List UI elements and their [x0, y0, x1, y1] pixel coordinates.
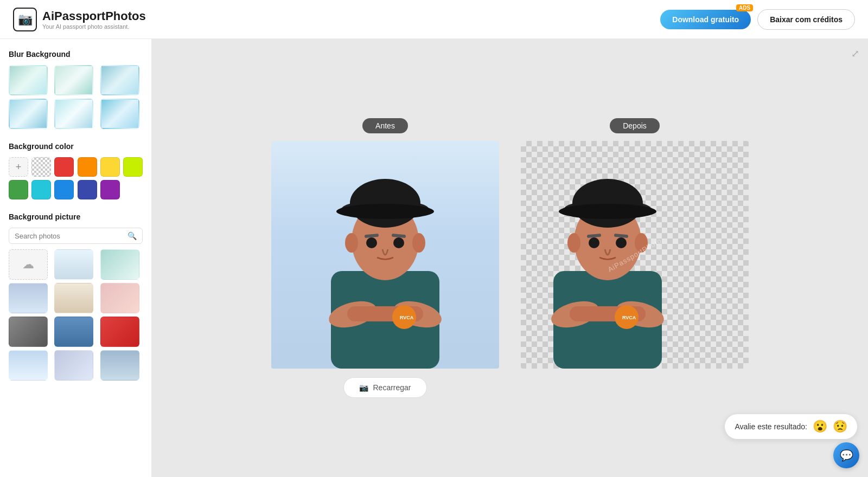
color-grid: + — [9, 157, 143, 199]
svg-point-10 — [336, 204, 434, 219]
after-panel: Depois AiPassportPhoto — [521, 118, 749, 369]
logo-text: AiPassportPhotos Your AI passport photo … — [42, 9, 146, 30]
rating-emoji-sad[interactable]: 😟 — [833, 420, 847, 434]
after-label: Depois — [610, 118, 660, 133]
before-photo: RVCA — [271, 141, 499, 369]
bg-pic-grid: ☁ — [9, 249, 143, 381]
app-name: AiPassportPhotos — [42, 9, 146, 23]
color-yellow-swatch[interactable] — [100, 157, 120, 177]
color-green-swatch[interactable] — [9, 180, 28, 199]
main-layout: Blur Background Background color + — [0, 39, 868, 477]
bg-pic-1[interactable] — [54, 249, 93, 280]
bg-pic-4[interactable] — [54, 283, 93, 313]
canvas-area: ⤢ Antes — [152, 39, 868, 477]
blur-background-section: Blur Background — [9, 50, 143, 129]
svg-text:RVCA: RVCA — [622, 315, 636, 320]
svg-text:RVCA: RVCA — [400, 315, 414, 320]
svg-point-23 — [567, 233, 580, 253]
picture-section-title: Background picture — [9, 212, 143, 221]
svg-point-26 — [572, 179, 643, 228]
bg-pic-8[interactable] — [100, 317, 139, 347]
color-cyan-swatch[interactable] — [31, 180, 51, 199]
header-buttons: ADS Download gratuito Baixar com crédito… — [660, 9, 855, 30]
blur-option-4[interactable] — [9, 99, 48, 129]
after-person-svg: RVCA — [521, 146, 694, 369]
bg-pic-2[interactable] — [100, 249, 139, 280]
ads-badge: ADS — [736, 4, 753, 11]
after-photo: AiPassportPhoto — [521, 141, 749, 369]
color-transparent-swatch[interactable] — [31, 157, 51, 177]
bg-pic-9[interactable] — [9, 350, 48, 381]
reload-button[interactable]: 📷 Recarregar — [343, 377, 426, 398]
svg-point-28 — [589, 237, 599, 248]
color-indigo-swatch[interactable] — [78, 180, 97, 199]
rating-emoji-surprised[interactable]: 😮 — [813, 420, 827, 434]
bg-pic-5[interactable] — [100, 283, 139, 313]
color-blue-swatch[interactable] — [54, 180, 74, 199]
reload-icon: 📷 — [359, 383, 368, 392]
search-input[interactable] — [15, 232, 127, 240]
blur-section-title: Blur Background — [9, 50, 143, 59]
logo-icon: 📷 — [13, 8, 37, 31]
svg-point-27 — [559, 204, 656, 219]
color-lime-swatch[interactable] — [123, 157, 143, 177]
blur-option-5[interactable] — [54, 99, 93, 129]
sidebar: Blur Background Background color + — [0, 39, 152, 477]
blur-grid — [9, 65, 143, 129]
reload-label: Recarregar — [373, 383, 411, 392]
bg-pic-10[interactable] — [54, 350, 93, 381]
logo-area: 📷 AiPassportPhotos Your AI passport phot… — [13, 8, 146, 31]
upload-bg-button[interactable]: ☁ — [9, 249, 48, 280]
blur-option-1[interactable] — [9, 65, 48, 95]
before-label: Antes — [362, 118, 408, 133]
header: 📷 AiPassportPhotos Your AI passport phot… — [0, 0, 868, 39]
before-person-svg: RVCA — [298, 146, 472, 369]
credits-button[interactable]: Baixar com créditos — [757, 9, 855, 30]
background-picture-section: Background picture 🔍 ☁ — [9, 212, 143, 381]
blur-option-2[interactable] — [54, 65, 93, 95]
svg-point-29 — [616, 237, 627, 248]
rating-text: Avalie este resultado: — [735, 422, 807, 431]
color-orange-swatch[interactable] — [78, 157, 97, 177]
color-purple-swatch[interactable] — [100, 180, 120, 199]
before-panel: Antes — [271, 118, 499, 398]
search-icon: 🔍 — [127, 231, 137, 240]
bg-pic-11[interactable] — [100, 350, 139, 381]
svg-point-6 — [345, 233, 358, 253]
color-add-button[interactable]: + — [9, 157, 28, 177]
chat-button[interactable]: 💬 — [833, 442, 859, 468]
svg-point-12 — [393, 237, 404, 248]
bg-pic-3[interactable] — [9, 283, 48, 313]
svg-point-9 — [350, 179, 420, 228]
search-box: 🔍 — [9, 228, 143, 244]
rating-bar: Avalie este resultado: 😮 😟 — [725, 414, 857, 439]
svg-point-11 — [366, 237, 377, 248]
svg-point-7 — [412, 233, 425, 253]
bg-pic-6[interactable] — [9, 317, 48, 347]
bg-pic-7[interactable] — [54, 317, 93, 347]
blur-option-6[interactable] — [100, 99, 139, 129]
comparison-row: Antes — [163, 118, 857, 398]
blur-option-3[interactable] — [100, 65, 139, 95]
download-button[interactable]: ADS Download gratuito — [660, 10, 751, 29]
background-color-section: Background color + — [9, 142, 143, 199]
color-section-title: Background color — [9, 142, 143, 151]
svg-point-24 — [635, 233, 648, 253]
expand-icon[interactable]: ⤢ — [851, 48, 859, 60]
app-tagline: Your AI passport photo assistant. — [42, 23, 146, 30]
color-red-swatch[interactable] — [54, 157, 74, 177]
